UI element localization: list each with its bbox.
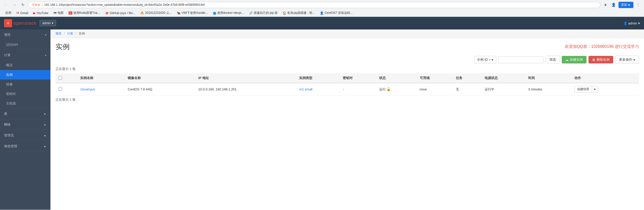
update-button[interactable]: 更新 ► xyxy=(619,2,633,8)
table-footer: 正在显示 1 项 xyxy=(55,97,639,102)
action-dropdown-button[interactable]: ▼ xyxy=(592,86,598,93)
col-ip: IP 地址 xyxy=(195,73,296,83)
sidebar-identity-header[interactable]: 身份管理 ► xyxy=(0,141,50,152)
sidebar-volumes-header[interactable]: 卷 ► xyxy=(0,109,50,119)
sidebar-project-header[interactable]: 项目 ▾ xyxy=(0,29,50,40)
bookmark-docker[interactable]: ⬤ 使用docker+devpi... xyxy=(211,10,246,16)
flavor-link[interactable]: m1.small xyxy=(299,87,312,91)
pipbuild-icon: 🏠 xyxy=(283,11,286,15)
sidebar-item-api[interactable]: 访问API xyxy=(0,40,50,50)
sidebar-item-hostgroups[interactable]: 主机组 xyxy=(0,99,50,108)
sidebar-item-keypairs[interactable]: 密钥对 xyxy=(0,89,50,99)
create-snapshot-button[interactable]: 创建快照 xyxy=(574,86,592,93)
profile-button[interactable]: 👤 xyxy=(610,2,617,8)
sidebar-admin-header[interactable]: 管理员 ► xyxy=(0,130,50,141)
bookmark-centos[interactable]: 👤 CentOS7 安装远程... xyxy=(318,10,355,16)
row-status-cell: 运行 🔓 xyxy=(376,83,417,95)
col-checkbox xyxy=(55,73,77,83)
col-flavor: 实例类型 xyxy=(296,73,340,83)
bookmark-kolla[interactable]: C 使用Kolla部署Trai... xyxy=(67,10,102,16)
row-checkbox-cell xyxy=(55,83,77,95)
col-task: 任务 xyxy=(453,73,482,83)
bookmark-maps[interactable]: 🗺 地图 xyxy=(51,10,66,16)
admin-project-selector[interactable]: admin ▾ xyxy=(40,20,56,26)
centos-icon: 👤 xyxy=(320,11,324,15)
sidebar-network-header[interactable]: 网络 ► xyxy=(0,119,50,130)
github-icon: 🐙 xyxy=(105,11,109,15)
bookmark-github[interactable]: 🐙 GitHub-yxyx / Mx... xyxy=(103,11,137,15)
bookmark-gmail[interactable]: M Gmail xyxy=(14,11,30,15)
main-area: 项目 ▾ 访问API 计算 ▾ 概况 实例 xyxy=(0,29,644,210)
more-actions-label: 更多操作 xyxy=(619,57,632,62)
col-name: 实例名称 xyxy=(77,73,125,83)
sidebar-keypairs-label: 密钥对 xyxy=(6,92,16,96)
breadcrumb-project[interactable]: 项目 xyxy=(55,32,62,35)
filter-button[interactable]: 筛选 xyxy=(546,56,560,64)
pip-icon: 🔗 xyxy=(249,11,253,15)
bookmark-article1[interactable]: 🔥 201912231620 公... xyxy=(138,10,174,16)
user-menu[interactable]: 👤 admin ▾ xyxy=(623,21,640,25)
row-checkbox[interactable] xyxy=(59,87,62,91)
bookmark-vim[interactable]: 🐂 VIM下使用Vundle... xyxy=(175,10,210,16)
bookmark-pipbuild[interactable]: 🏠 私有pip源搭建 - 简... xyxy=(281,10,317,16)
sidebar-section-volumes: 卷 ► xyxy=(0,109,50,119)
star-button[interactable]: ★ xyxy=(602,2,609,8)
col-action: 动作 xyxy=(571,73,639,83)
bookmark-kolla-label: 使用Kolla部署Trai... xyxy=(73,11,100,15)
bookmark-vim-label: VIM下使用Vundle... xyxy=(182,11,208,15)
table-body: zixuanyun CentOS 7.8 64位 10.0.0.160, 192… xyxy=(55,83,639,95)
row-power-cell: 运行中 xyxy=(482,83,525,95)
sidebar-section-compute: 计算 ▾ 概况 实例 镜像 密钥对 主机组 xyxy=(0,50,50,109)
create-cloud-icon: ☁ xyxy=(565,58,569,62)
sidebar-project-label: 项目 xyxy=(4,32,11,37)
sidebar-network-label: 网络 xyxy=(4,122,11,127)
sidebar-images-label: 镜像 xyxy=(6,82,13,86)
sidebar-section-network: 网络 ► xyxy=(0,119,50,130)
sidebar-compute-header[interactable]: 计算 ▾ xyxy=(0,50,50,60)
address-bar[interactable]: 不安全 | 192.168.1.19/project/instances/?ac… xyxy=(28,2,600,8)
header-right: 👤 admin ▾ xyxy=(623,21,640,25)
header-left: ≡ openstack admin ▾ xyxy=(4,19,56,27)
create-instance-label: 创建实例 xyxy=(570,57,583,62)
more-actions-chevron: ▾ xyxy=(633,58,635,62)
filter-input[interactable] xyxy=(498,56,544,63)
sidebar-item-instances[interactable]: 实例 xyxy=(0,70,50,80)
breadcrumb-compute[interactable]: 计算 xyxy=(67,32,73,35)
bookmark-youtube-label: YouTube xyxy=(37,11,48,15)
status-text: 运行 xyxy=(379,87,386,91)
row-keypair-cell: - xyxy=(340,83,376,95)
sidebar: 项目 ▾ 访问API 计算 ▾ 概况 实例 xyxy=(0,29,50,210)
bookmark-pip[interactable]: 🔗 搭建自己的 pip 源 xyxy=(247,10,280,16)
filter-select-chevron: ▾ xyxy=(492,58,493,62)
select-all-checkbox[interactable] xyxy=(59,76,62,80)
sidebar-item-images[interactable]: 镜像 xyxy=(0,80,50,89)
instance-name-link[interactable]: zixuanyun xyxy=(80,87,95,91)
apps-label: 应用 xyxy=(5,11,11,15)
sidebar-volumes-chevron: ► xyxy=(44,113,46,115)
apps-button[interactable]: ⁯ 应用 xyxy=(3,10,13,16)
sidebar-section-project: 项目 ▾ 访问API xyxy=(0,29,50,50)
page-title: 实例 xyxy=(55,42,70,52)
sidebar-api-label: 访问API xyxy=(6,43,18,47)
row-image-cell: CentOS 7.8 64位 xyxy=(125,83,195,95)
bookmark-maps-label: 地图 xyxy=(58,11,64,15)
qq-notice: 欢迎加QQ群：1026880196 进行交流学习 xyxy=(565,42,639,49)
docker-icon: ⬤ xyxy=(213,11,216,15)
filter-select[interactable]: 示例 ID = ▾ xyxy=(474,56,496,63)
row-flavor-cell: m1.small xyxy=(296,83,340,95)
menu-button[interactable]: ⋮ xyxy=(635,2,641,8)
more-actions-button[interactable]: 更多操作 ▾ xyxy=(615,56,639,64)
create-instance-button[interactable]: ☁ 创建实例 xyxy=(562,56,586,63)
col-power: 电源状态 xyxy=(482,73,525,83)
bookmark-youtube[interactable]: ▶ YouTube xyxy=(31,11,50,15)
forward-button[interactable]: → xyxy=(11,2,18,8)
sidebar-admin-label: 管理员 xyxy=(4,133,14,138)
bookmark-article1-label: 201912231620 公... xyxy=(145,11,172,15)
sidebar-item-overview[interactable]: 概况 xyxy=(0,60,50,70)
reload-button[interactable]: ↻ xyxy=(20,2,26,8)
back-button[interactable]: ← xyxy=(3,2,9,8)
page-header-row: 实例 欢迎加QQ群：1026880196 进行交流学习 xyxy=(55,42,639,52)
admin-selector-label: admin xyxy=(42,21,51,25)
sidebar-admin-chevron: ► xyxy=(44,134,46,137)
delete-instance-button[interactable]: 🗑 删除实例 xyxy=(589,56,613,63)
